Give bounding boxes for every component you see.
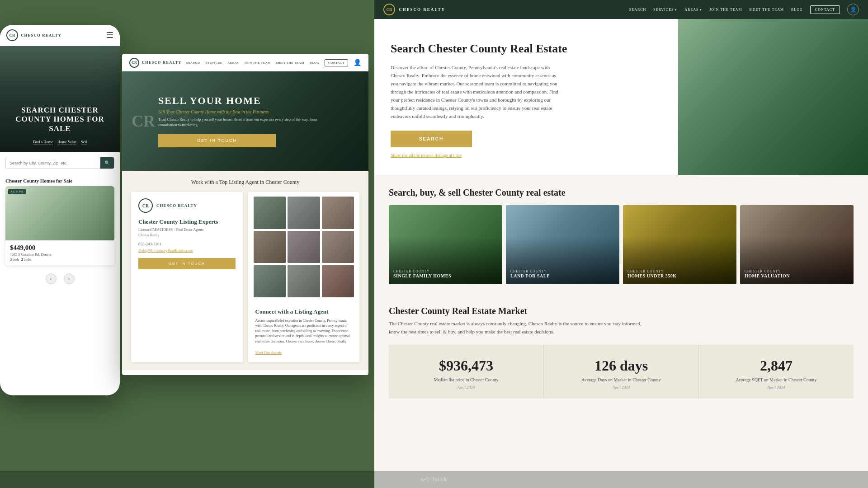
mid-user-icon[interactable]: 👤 — [354, 59, 361, 66]
right-nav-search[interactable]: SEARCH — [629, 8, 646, 12]
mid-agent-photo-3 — [322, 197, 354, 229]
right-prop-card-label-2: CHESTER COUNTY Land for Sale — [506, 265, 619, 284]
phone-hero-content: SEARCH CHESTER COUNTY HOMES FOR SALE Fin… — [7, 106, 113, 145]
right-market-title: Chester County Real Estate Market — [389, 306, 854, 316]
right-nav-areas[interactable]: AREAS — [684, 8, 702, 12]
mid-agents-section: Work with a Top Listing Agent in Chester… — [122, 171, 368, 370]
right-buy-title: Search, buy, & sell Chester County real … — [389, 188, 854, 198]
right-stat-sqft: 2,847 Average SQFT on Market in Chester … — [699, 345, 854, 399]
mid-card1-subtitle: Licensed REALTORS® / Real Estate Agents — [138, 228, 236, 232]
right-stat-sqft-label: Average SQFT on Market in Chester County — [710, 377, 843, 383]
phone-hero-links: Find a Home Home Value Sell — [7, 140, 113, 145]
mid-card1-brand: CHESCO REALTY — [156, 203, 197, 208]
right-hero-image — [678, 19, 868, 175]
mid-card1-logo-icon: CR — [138, 198, 153, 213]
right-market-section: Chester County Real Estate Market The Ch… — [374, 293, 868, 408]
right-stat-price-date: April 2024 — [400, 385, 533, 389]
mid-agent-photo-9 — [322, 265, 354, 297]
right-stat-days: 126 days Average Days on Market in Chest… — [544, 345, 699, 399]
mid-card1-title: Chester County Listing Experts — [138, 218, 236, 226]
hamburger-icon[interactable]: ☰ — [106, 30, 113, 40]
phone-arrows: ‹ › — [0, 270, 120, 288]
right-prop-card-single-family[interactable]: CHESTER COUNTY Single Family Homes — [389, 205, 502, 284]
phone-listing-address: 1645 S Cocalico Rd, Denver — [10, 253, 110, 257]
mid-brand: CHESCO REALTY — [142, 61, 182, 65]
mid-agent-photo-1 — [254, 197, 286, 229]
right-nav-contact[interactable]: CONTACT — [810, 5, 840, 14]
right-prop-county-4: CHESTER COUNTY — [745, 269, 849, 273]
phone-search-area: 🔍 — [0, 152, 120, 174]
right-prop-county-3: CHESTER COUNTY — [627, 269, 732, 273]
right-prop-type-2: Land for Sale — [510, 273, 615, 279]
right-stat-days-label: Average Days on Market in Chester County — [555, 377, 688, 383]
right-brand: CHESCO REALTY — [399, 7, 445, 12]
mid-nav-blog[interactable]: BLOG — [310, 61, 319, 65]
mid-logo-icon: CR — [129, 58, 139, 68]
phone-hero-link-value[interactable]: Home Value — [57, 140, 76, 145]
mid-section-title: Work with a Top Listing Agent in Chester… — [131, 179, 359, 186]
mid-hero-content: SELL YOUR HOME Sell Your Chester County … — [158, 95, 321, 148]
mid-card2-link[interactable]: Meet Our Agents — [255, 350, 282, 355]
mid-card1-email[interactable]: Bob@McComseyRealEstate.com — [138, 248, 236, 253]
mid-logo-area: CR CHESCO REALTY — [129, 58, 182, 68]
mid-hero-logo: CR — [132, 108, 155, 135]
right-prop-card-valuation[interactable]: CHESTER COUNTY Home Valuation — [740, 205, 854, 284]
mid-nav-meet[interactable]: MEET THE TEAM — [276, 61, 304, 65]
right-user-icon[interactable]: 👤 — [847, 4, 859, 15]
mid-card1-phone: 855-243-7261 — [138, 242, 236, 246]
set-touch-label: seT Touch — [421, 476, 448, 483]
phone-search-button[interactable]: 🔍 — [100, 157, 114, 169]
phone-listing-card: ACTIVE $449,000 1645 S Cocalico Rd, Denv… — [5, 186, 114, 265]
mid-agent-photo-7 — [254, 265, 286, 297]
right-nav-join[interactable]: JOIN THE TEAM — [709, 8, 742, 12]
right-hero-title: Search Chester County Real Estate — [391, 42, 662, 56]
right-nav-services[interactable]: SERVICES — [653, 8, 677, 12]
right-stat-sqft-date: April 2024 — [710, 385, 843, 389]
phone-hero-link-sell[interactable]: Sell — [81, 140, 87, 145]
right-nav-blog[interactable]: BLOG — [791, 8, 803, 12]
mid-hero-cta-button[interactable]: GET IN TOUCH — [158, 134, 276, 147]
mid-nav-search[interactable]: SEARCH — [186, 61, 200, 65]
right-hero-link[interactable]: Show me all the newest listings at once — [391, 153, 662, 158]
right-stats-row: $936,473 Median list price in Chester Co… — [389, 345, 854, 399]
mid-hero-subtitle: Sell Your Chester County Home with the B… — [158, 109, 321, 114]
mid-nav-join[interactable]: JOIN THE TEAM — [244, 61, 270, 65]
phone-hero-title: SEARCH CHESTER COUNTY HOMES FOR SALE — [7, 106, 113, 133]
right-prop-card-label-1: CHESTER COUNTY Single Family Homes — [389, 265, 502, 284]
mid-card2-title: Connect with a Listing Agent — [255, 308, 353, 315]
right-logo-area: CR CHESCO REALTY — [383, 4, 445, 15]
mid-agent-photo-6 — [322, 231, 354, 263]
right-prop-county-2: CHESTER COUNTY — [510, 269, 615, 273]
mid-nav-areas[interactable]: AREAS — [227, 61, 239, 65]
right-prop-card-label-4: CHESTER COUNTY Home Valuation — [740, 265, 854, 284]
phone-prev-button[interactable]: ‹ — [46, 273, 57, 284]
phone-nav: CR CHESCO REALTY ☰ — [0, 25, 120, 46]
mid-card2-text: Access unparalleled expertise in Chester… — [255, 318, 353, 344]
desktop-right-panel: CR CHESCO REALTY SEARCH SERVICES AREAS J… — [374, 0, 868, 488]
right-buy-section: Search, buy, & sell Chester County real … — [374, 175, 868, 293]
mid-agent-photo-5 — [288, 231, 320, 263]
right-hero-body: Discover the allure of Chester County, P… — [391, 63, 562, 121]
phone-mockup: CR CHESCO REALTY ☰ SEARCH CHESTER COUNTY… — [0, 25, 120, 395]
mid-card-listing-experts: CR CHESCO REALTY Chester County Listing … — [131, 192, 243, 362]
mid-nav-contact[interactable]: CONTACT — [325, 59, 348, 66]
mid-card-connect-agent: Connect with a Listing Agent Access unpa… — [248, 192, 360, 362]
phone-listing-image: ACTIVE — [5, 186, 114, 240]
right-nav: CR CHESCO REALTY SEARCH SERVICES AREAS J… — [374, 0, 868, 19]
phone-hero-link-find[interactable]: Find a Home — [33, 140, 53, 145]
phone-brand: CHESCO REALTY — [21, 33, 61, 38]
right-hero-search-button[interactable]: SEARCH — [391, 131, 472, 147]
phone-listing-beds: 3 beds 2 baths — [10, 258, 110, 262]
right-nav-meet[interactable]: MEET THE TEAM — [750, 8, 784, 12]
mid-nav-services[interactable]: SERVICES — [205, 61, 222, 65]
right-nav-links: SEARCH SERVICES AREAS JOIN THE TEAM MEET… — [629, 4, 859, 15]
phone-section-title: Chester County Homes for Sale — [0, 174, 120, 186]
right-prop-card-under-350k[interactable]: CHESTER COUNTY Homes Under 350K — [623, 205, 736, 284]
phone-search-input[interactable] — [6, 158, 100, 168]
mid-card1-cta-button[interactable]: GET IN TOUCH — [138, 258, 236, 269]
right-prop-card-land[interactable]: CHESTER COUNTY Land for Sale — [506, 205, 619, 284]
right-stat-price-value: $936,473 — [400, 357, 533, 374]
mid-agent-photo-8 — [288, 265, 320, 297]
mid-card2-inner: Connect with a Listing Agent Access unpa… — [248, 302, 360, 356]
phone-next-button[interactable]: › — [64, 273, 75, 284]
